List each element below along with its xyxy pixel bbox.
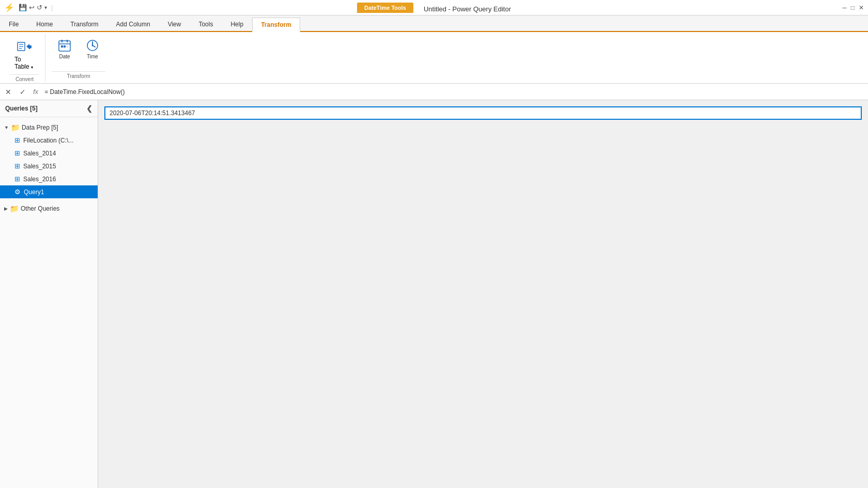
tab-transform-active[interactable]: Transform bbox=[252, 18, 300, 32]
query-group-data-prep: ▼ 📁 Data Prep [5] ⊞ FileLocation (C:\...… bbox=[0, 119, 98, 200]
qa-dropdown-icon[interactable]: ▾ bbox=[44, 5, 47, 10]
table-icon-sales-2014: ⊞ bbox=[14, 149, 20, 157]
collapse-panel-button[interactable]: ❮ bbox=[86, 104, 92, 113]
maximize-icon[interactable]: □ bbox=[851, 4, 855, 11]
ribbon-group-convert: ToTable ▾ Convert bbox=[4, 34, 45, 81]
datetime-cell[interactable]: 2020-07-06T20:14:51.3413467 bbox=[104, 106, 862, 120]
formula-input[interactable] bbox=[42, 87, 866, 97]
time-label: Time bbox=[87, 54, 98, 60]
ribbon-group-transform: Date Time Transform bbox=[45, 34, 112, 81]
fx-label: fx bbox=[31, 88, 40, 96]
folder-data-prep-icon: 📁 bbox=[11, 123, 20, 132]
title-bar: ⚡ 💾 ↩ ↺ ▾ | DateTime Tools Untitled - Po… bbox=[0, 0, 868, 15]
tab-add-column[interactable]: Add Column bbox=[107, 17, 159, 31]
table-icon-file-location: ⊞ bbox=[14, 136, 20, 144]
undo-icon[interactable]: ↩ bbox=[29, 4, 35, 11]
query-item-query1[interactable]: ⚙ Query1 bbox=[0, 185, 98, 198]
to-table-label: ToTable ▾ bbox=[14, 56, 33, 70]
tab-help[interactable]: Help bbox=[222, 17, 252, 31]
query-item-sales-2014[interactable]: ⊞ Sales_2014 bbox=[0, 147, 98, 160]
query-label-sales-2016: Sales_2016 bbox=[23, 176, 56, 183]
main-area: Queries [5] ❮ ▼ 📁 Data Prep [5] ⊞ FileLo… bbox=[0, 100, 868, 488]
queries-title: Queries [5] bbox=[5, 105, 38, 112]
query-item-sales-2015[interactable]: ⊞ Sales_2015 bbox=[0, 160, 98, 172]
window-title: Untitled - Power Query Editor bbox=[424, 5, 511, 13]
window-controls: ─ □ ✕ bbox=[842, 4, 864, 11]
to-table-arrow: ▾ bbox=[31, 65, 33, 70]
other-queries-label: Other Queries bbox=[21, 205, 59, 212]
tab-tools[interactable]: Tools bbox=[190, 17, 222, 31]
to-table-text: ToTable bbox=[14, 56, 29, 70]
svg-point-16 bbox=[92, 45, 94, 46]
tab-file[interactable]: File bbox=[0, 17, 27, 31]
query-label-file-location: FileLocation (C:\... bbox=[23, 137, 73, 144]
datetime-tools-tab[interactable]: DateTime Tools bbox=[357, 3, 413, 13]
query-group-other-header[interactable]: ▶ 📁 Other Queries bbox=[0, 202, 98, 215]
date-label: Date bbox=[59, 54, 70, 60]
data-prep-group-label: Data Prep [5] bbox=[22, 124, 58, 131]
query-label-sales-2014: Sales_2014 bbox=[23, 150, 56, 157]
queries-panel: Queries [5] ❮ ▼ 📁 Data Prep [5] ⊞ FileLo… bbox=[0, 100, 98, 488]
date-icon bbox=[57, 38, 72, 53]
minimize-icon[interactable]: ─ bbox=[842, 4, 847, 11]
convert-group-label: Convert bbox=[10, 74, 39, 82]
svg-rect-12 bbox=[66, 45, 68, 48]
expand-arrow-icon: ▼ bbox=[4, 125, 9, 130]
expand-arrow-other-icon: ▶ bbox=[4, 206, 8, 211]
query-group-data-prep-header[interactable]: ▼ 📁 Data Prep [5] bbox=[0, 121, 98, 134]
qa-sep: | bbox=[51, 4, 53, 11]
title-center: DateTime Tools Untitled - Power Query Ed… bbox=[357, 3, 511, 13]
app-icon: ⚡ bbox=[4, 3, 14, 12]
tab-view[interactable]: View bbox=[159, 17, 190, 31]
save-icon[interactable]: 💾 bbox=[19, 4, 27, 11]
transform-group-label: Transform bbox=[52, 71, 105, 79]
folder-other-icon: 📁 bbox=[10, 204, 19, 213]
ribbon-tabs: File Home Transform Add Column View Tool… bbox=[0, 15, 868, 32]
formula-bar: ✕ ✓ fx bbox=[0, 84, 868, 100]
ribbon: ToTable ▾ Convert Date bbox=[0, 32, 868, 84]
query-item-file-location[interactable]: ⊞ FileLocation (C:\... bbox=[0, 134, 98, 147]
to-table-icon bbox=[16, 38, 32, 55]
query-label-sales-2015: Sales_2015 bbox=[23, 163, 56, 170]
content-area: 2020-07-06T20:14:51.3413467 bbox=[98, 100, 868, 488]
svg-rect-10 bbox=[61, 45, 63, 48]
time-icon bbox=[85, 38, 100, 53]
query-group-other: ▶ 📁 Other Queries bbox=[0, 200, 98, 217]
tab-transform[interactable]: Transform bbox=[61, 17, 107, 31]
formula-cancel-button[interactable]: ✕ bbox=[2, 86, 14, 98]
date-button[interactable]: Date bbox=[52, 36, 78, 62]
query1-icon: ⚙ bbox=[14, 188, 21, 196]
table-icon-sales-2016: ⊞ bbox=[14, 175, 20, 183]
redo-icon[interactable]: ↺ bbox=[37, 4, 42, 11]
formula-confirm-button[interactable]: ✓ bbox=[17, 86, 29, 98]
queries-header: Queries [5] ❮ bbox=[0, 100, 98, 117]
queries-list: ▼ 📁 Data Prep [5] ⊞ FileLocation (C:\...… bbox=[0, 117, 98, 488]
to-table-button[interactable]: ToTable ▾ bbox=[10, 36, 37, 72]
query-label-query1: Query1 bbox=[24, 188, 44, 196]
svg-rect-11 bbox=[64, 45, 66, 48]
query-item-sales-2016[interactable]: ⊞ Sales_2016 bbox=[0, 172, 98, 185]
quick-access-toolbar: ⚡ 💾 ↩ ↺ ▾ | bbox=[4, 3, 55, 12]
time-button[interactable]: Time bbox=[80, 36, 105, 62]
tab-home[interactable]: Home bbox=[27, 17, 61, 31]
close-icon[interactable]: ✕ bbox=[859, 4, 864, 11]
table-icon-sales-2015: ⊞ bbox=[14, 162, 20, 170]
